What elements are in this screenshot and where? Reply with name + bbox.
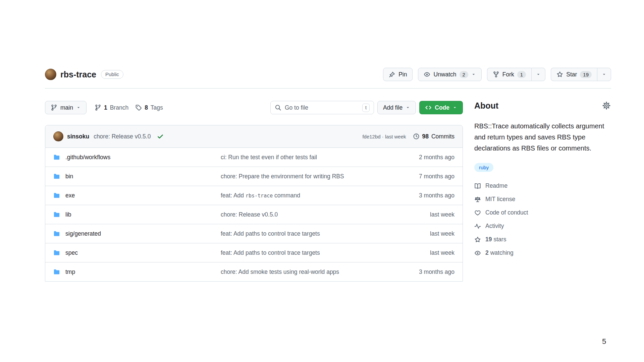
git-branch-icon [95,104,101,111]
commit-message-link[interactable]: chore: Prepare the environment for writi… [221,173,344,180]
commit-date: last week [394,211,454,218]
code-button[interactable]: Code [419,101,463,114]
watchers-count: 2 [460,71,468,78]
folder-icon [53,192,60,199]
pin-button[interactable]: Pin [383,68,413,81]
fork-dropdown-button[interactable] [531,68,545,81]
commit-author-avatar[interactable] [53,131,63,141]
folder-icon [53,154,60,161]
code-icon [425,104,432,111]
commit-status-check-icon[interactable] [157,133,164,140]
commit-message-link[interactable]: feat: Add rbs-trace command [221,192,300,199]
table-row[interactable]: lib chore: Release v0.5.0 last week [45,205,463,224]
code-label: Code [435,104,449,111]
tags-link[interactable]: 8 Tags [135,104,163,111]
repo-owner-avatar[interactable] [45,69,56,80]
code-of-conduct-icon [474,209,481,216]
branch-count-label: Branch [110,104,128,111]
latest-commit-bar: sinsoku chore: Release v0.5.0 fde12bd · … [45,125,463,147]
commits-count: 98 [422,133,429,140]
about-title: About [474,101,611,111]
page-number: 5 [602,337,606,346]
commit-message[interactable]: chore: Release v0.5.0 [94,133,151,140]
file-browser-table: sinsoku chore: Release v0.5.0 fde12bd · … [45,125,463,282]
main-content: main 1 Branch 8 Tags [45,101,463,282]
commit-message-link[interactable]: chore: Add smoke tests using real-world … [221,268,339,275]
file-name-link[interactable]: .github/workflows [65,154,110,161]
chevron-down-icon [76,105,81,110]
add-file-button[interactable]: Add file [377,101,416,114]
commit-date: 2 months ago [394,154,454,161]
go-to-file-search[interactable]: t [270,101,374,114]
repo-toolbar: main 1 Branch 8 Tags [45,101,463,114]
commit-message-link[interactable]: ci: Run the test even if other tests fai… [221,154,317,161]
file-name-link[interactable]: tmp [65,268,75,276]
readme-link[interactable]: Readme [474,182,611,190]
fork-button-group: Fork 1 [487,68,545,81]
commit-hash-time[interactable]: fde12bd · last week [362,134,406,139]
shortcut-key-badge: t [362,104,370,112]
table-row[interactable]: tmp chore: Add smoke tests using real-wo… [45,262,463,281]
tag-count-label: Tags [151,104,163,111]
commit-date: last week [394,249,454,256]
gear-icon [602,102,610,110]
folder-icon [53,173,60,180]
repo-header: rbs-trace Public Pin Unwatch 2 Fork 1 [45,68,611,81]
commit-message-link[interactable]: feat: Add paths to control trace targets [221,230,320,237]
commit-date: 7 months ago [394,173,454,180]
repo-title-group: rbs-trace Public [45,69,123,80]
go-to-file-input[interactable] [285,104,359,111]
stars-link[interactable]: 19stars [474,236,611,243]
table-row[interactable]: exe feat: Add rbs-trace command 3 months… [45,186,463,205]
commit-history-link[interactable]: 98 Commits [413,133,455,140]
header-divider [45,88,611,88]
pin-label: Pin [398,71,407,78]
file-name-link[interactable]: exe [65,192,75,199]
tag-count: 8 [145,104,148,111]
commit-date: 3 months ago [394,268,454,276]
commit-date: last week [394,230,454,237]
star-dropdown-button[interactable] [597,68,611,81]
repo-name[interactable]: rbs-trace [60,70,96,79]
table-row[interactable]: sig/generated feat: Add paths to control… [45,224,463,243]
activity-link[interactable]: Activity [474,222,611,230]
unwatch-button[interactable]: Unwatch 2 [418,68,481,81]
commit-message-link[interactable]: feat: Add paths to control trace targets [221,249,320,256]
table-row[interactable]: spec feat: Add paths to control trace ta… [45,243,463,262]
commit-date: 3 months ago [394,192,454,199]
license-link[interactable]: MIT license [474,195,611,203]
pulse-icon [474,223,481,230]
file-name-link[interactable]: sig/generated [65,230,101,237]
file-name-link[interactable]: bin [65,173,73,180]
topic-ruby[interactable]: ruby [474,163,493,172]
fork-icon [493,71,499,78]
commit-message-link[interactable]: chore: Release v0.5.0 [221,211,278,218]
code-of-conduct-link[interactable]: Code of conduct [474,209,611,217]
edit-repo-details-button[interactable] [602,101,611,110]
star-icon [474,236,481,243]
star-count: 19 [580,71,592,78]
visibility-badge: Public [101,70,123,79]
current-branch: main [60,104,73,111]
star-icon [556,71,563,78]
branches-link[interactable]: 1 Branch [95,104,128,111]
fork-button[interactable]: Fork 1 [487,68,531,81]
branch-count: 1 [104,104,107,111]
star-label: Star [566,71,577,78]
chevron-down-icon [471,72,476,77]
table-row[interactable]: bin chore: Prepare the environment for w… [45,167,463,186]
fork-count: 1 [517,71,526,78]
book-icon [474,183,481,189]
star-button[interactable]: Star 19 [551,68,597,81]
eye-icon [424,71,430,78]
law-icon [474,196,481,203]
table-row[interactable]: .github/workflows ci: Run the test even … [45,147,463,167]
branch-selector[interactable]: main [45,101,87,114]
file-name-link[interactable]: lib [65,211,71,218]
repo-action-buttons: Pin Unwatch 2 Fork 1 [383,68,611,81]
commit-author[interactable]: sinsoku [67,133,89,140]
eye-icon [474,250,481,256]
add-file-label: Add file [383,104,402,111]
file-name-link[interactable]: spec [65,249,78,256]
watching-link[interactable]: 2watching [474,249,611,257]
